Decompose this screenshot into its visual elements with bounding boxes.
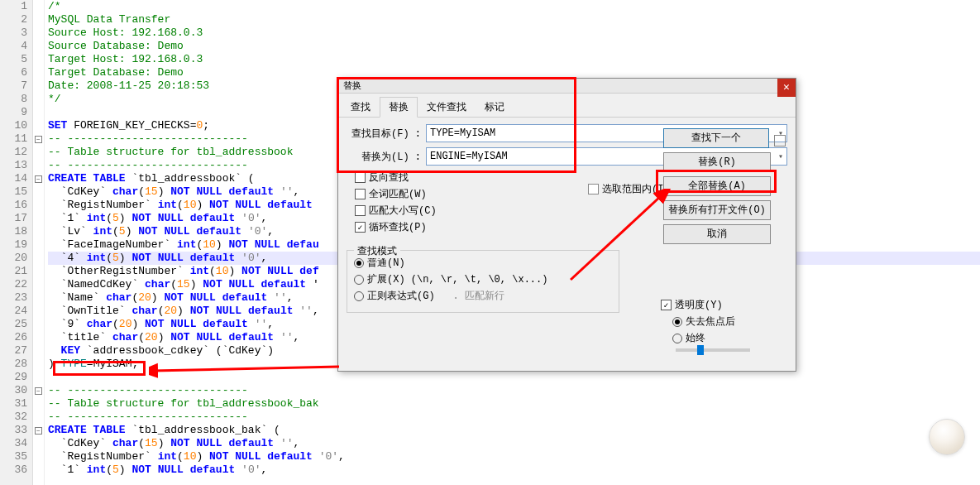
dialog-title: 替换: [338, 79, 796, 94]
replace-button[interactable]: 替换(R): [663, 152, 771, 172]
trans-always[interactable]: 始终: [672, 331, 785, 345]
in-selection-check[interactable]: 选取范围内(I): [588, 182, 670, 196]
mode-regex[interactable]: 正则表达式(G). 匹配新行: [354, 289, 612, 303]
find-next-button[interactable]: 查找下一个: [663, 128, 769, 148]
dialog-tabs: 查找替换文件查找标记: [338, 97, 796, 118]
replace-all-button[interactable]: 全部替换(A): [663, 176, 771, 196]
replace-label: 替换为(L) :: [347, 150, 421, 164]
trans-lose-focus[interactable]: 失去焦点后: [672, 315, 785, 329]
tab-0[interactable]: 查找: [342, 97, 380, 117]
fold-gutter[interactable]: −−−−: [33, 0, 45, 485]
transparency-slider[interactable]: [676, 348, 750, 352]
find-value: TYPE=MyISAM: [430, 127, 495, 139]
close-icon[interactable]: ✕: [777, 79, 796, 97]
replace-dialog: 替换 ✕ 查找替换文件查找标记 查找目标(F) : TYPE=MyISAM ▾ …: [337, 78, 796, 372]
transparency-group: ✓透明度(Y) 失去焦点后 始终: [661, 298, 785, 352]
replace-in-all-button[interactable]: 替换所有打开文件(O): [663, 200, 771, 220]
replace-value: ENGINE=MyISAM: [430, 151, 508, 162]
search-mode-group: 查找模式 普通(N) 扩展(X) (\n, \r, \t, \0, \x...)…: [347, 250, 619, 313]
find-label: 查找目标(F) :: [347, 127, 421, 141]
line-number-gutter: 1234567891011121314151617181920212223242…: [0, 0, 33, 485]
search-mode-title: 查找模式: [354, 244, 400, 258]
mode-extended[interactable]: 扩展(X) (\n, \r, \t, \0, \x...): [354, 272, 612, 286]
tab-1[interactable]: 替换: [380, 97, 418, 118]
wrap-search-check[interactable]: [774, 135, 786, 146]
transparency-check[interactable]: ✓透明度(Y): [661, 298, 785, 312]
tab-2[interactable]: 文件查找: [418, 97, 476, 117]
tab-3[interactable]: 标记: [476, 97, 514, 117]
cancel-button[interactable]: 取消: [663, 224, 771, 244]
avatar[interactable]: [929, 419, 965, 455]
